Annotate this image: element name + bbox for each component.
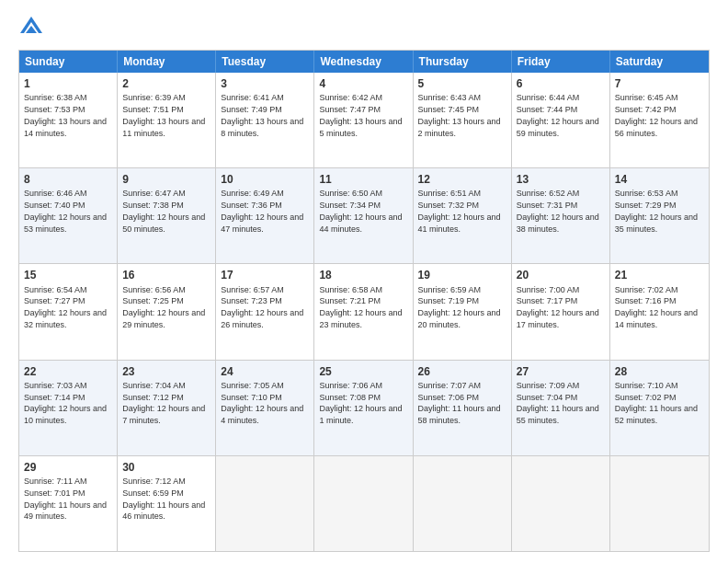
- day-number: 24: [221, 364, 309, 379]
- day-number: 10: [221, 172, 309, 187]
- table-row: 18Sunrise: 6:58 AMSunset: 7:21 PMDayligh…: [314, 264, 413, 359]
- table-row: 15Sunrise: 6:54 AMSunset: 7:27 PMDayligh…: [19, 264, 118, 359]
- calendar-body: 1Sunrise: 6:38 AMSunset: 7:53 PMDaylight…: [19, 73, 709, 551]
- header-wednesday: Wednesday: [314, 51, 413, 73]
- table-row: 30Sunrise: 7:12 AMSunset: 6:59 PMDayligh…: [118, 456, 216, 551]
- table-row: 9Sunrise: 6:47 AMSunset: 7:38 PMDaylight…: [118, 168, 216, 263]
- cell-info: Sunrise: 7:02 AMSunset: 7:16 PMDaylight:…: [615, 285, 698, 329]
- calendar-page: Sunday Monday Tuesday Wednesday Thursday…: [0, 0, 728, 563]
- cell-info: Sunrise: 6:56 AMSunset: 7:25 PMDaylight:…: [122, 285, 205, 329]
- header-friday: Friday: [512, 51, 610, 73]
- header-sunday: Sunday: [19, 51, 118, 73]
- calendar: Sunday Monday Tuesday Wednesday Thursday…: [18, 50, 710, 552]
- day-number: 14: [615, 172, 704, 187]
- cell-info: Sunrise: 7:12 AMSunset: 6:59 PMDaylight:…: [122, 477, 205, 521]
- day-number: 4: [319, 76, 407, 91]
- cell-info: Sunrise: 7:09 AMSunset: 7:04 PMDaylight:…: [517, 381, 599, 425]
- table-row: 6Sunrise: 6:44 AMSunset: 7:44 PMDaylight…: [512, 73, 610, 167]
- day-number: 19: [418, 268, 506, 282]
- day-number: 20: [517, 268, 605, 282]
- calendar-row: 8Sunrise: 6:46 AMSunset: 7:40 PMDaylight…: [19, 167, 709, 263]
- header-saturday: Saturday: [610, 51, 709, 73]
- cell-info: Sunrise: 6:59 AMSunset: 7:19 PMDaylight:…: [418, 285, 501, 329]
- cell-info: Sunrise: 7:04 AMSunset: 7:12 PMDaylight:…: [122, 381, 205, 425]
- cell-info: Sunrise: 6:38 AMSunset: 7:53 PMDaylight:…: [24, 93, 107, 137]
- table-row: 11Sunrise: 6:50 AMSunset: 7:34 PMDayligh…: [314, 168, 413, 263]
- day-number: 17: [221, 268, 309, 282]
- cell-info: Sunrise: 6:49 AMSunset: 7:36 PMDaylight:…: [221, 189, 303, 233]
- table-row: 5Sunrise: 6:43 AMSunset: 7:45 PMDaylight…: [414, 73, 512, 167]
- cell-info: Sunrise: 7:05 AMSunset: 7:10 PMDaylight:…: [221, 381, 303, 425]
- cell-info: Sunrise: 6:44 AMSunset: 7:44 PMDaylight:…: [517, 93, 599, 137]
- table-row: 16Sunrise: 6:56 AMSunset: 7:25 PMDayligh…: [118, 264, 216, 359]
- table-row: 27Sunrise: 7:09 AMSunset: 7:04 PMDayligh…: [512, 361, 610, 455]
- table-row: 21Sunrise: 7:02 AMSunset: 7:16 PMDayligh…: [610, 264, 709, 359]
- cell-info: Sunrise: 6:41 AMSunset: 7:49 PMDaylight:…: [221, 93, 303, 137]
- cell-info: Sunrise: 6:58 AMSunset: 7:21 PMDaylight:…: [319, 285, 402, 329]
- page-header: [18, 15, 710, 40]
- table-row: 7Sunrise: 6:45 AMSunset: 7:42 PMDaylight…: [610, 73, 709, 167]
- table-row: 29Sunrise: 7:11 AMSunset: 7:01 PMDayligh…: [19, 456, 118, 551]
- day-number: 1: [24, 76, 112, 91]
- cell-info: Sunrise: 7:10 AMSunset: 7:02 PMDaylight:…: [615, 381, 698, 425]
- header-thursday: Thursday: [414, 51, 512, 73]
- table-row: 4Sunrise: 6:42 AMSunset: 7:47 PMDaylight…: [314, 73, 413, 167]
- cell-info: Sunrise: 7:07 AMSunset: 7:06 PMDaylight:…: [418, 381, 501, 425]
- day-number: 6: [517, 76, 605, 91]
- cell-info: Sunrise: 6:39 AMSunset: 7:51 PMDaylight:…: [122, 93, 205, 137]
- table-row: 20Sunrise: 7:00 AMSunset: 7:17 PMDayligh…: [512, 264, 610, 359]
- table-row: 3Sunrise: 6:41 AMSunset: 7:49 PMDaylight…: [216, 73, 314, 167]
- day-number: 30: [122, 460, 210, 475]
- day-number: 3: [221, 76, 309, 91]
- table-row: 25Sunrise: 7:06 AMSunset: 7:08 PMDayligh…: [314, 361, 413, 455]
- day-number: 12: [418, 172, 506, 187]
- cell-info: Sunrise: 7:00 AMSunset: 7:17 PMDaylight:…: [517, 285, 599, 329]
- day-number: 5: [418, 76, 506, 91]
- table-row: 17Sunrise: 6:57 AMSunset: 7:23 PMDayligh…: [216, 264, 314, 359]
- day-number: 26: [418, 364, 506, 379]
- table-row: 10Sunrise: 6:49 AMSunset: 7:36 PMDayligh…: [216, 168, 314, 263]
- day-number: 9: [122, 172, 210, 187]
- day-number: 21: [615, 268, 704, 282]
- calendar-row: 1Sunrise: 6:38 AMSunset: 7:53 PMDaylight…: [19, 73, 709, 167]
- table-row: [216, 456, 314, 551]
- cell-info: Sunrise: 6:53 AMSunset: 7:29 PMDaylight:…: [615, 189, 698, 233]
- day-number: 16: [122, 268, 210, 282]
- day-number: 28: [615, 364, 704, 379]
- header-monday: Monday: [118, 51, 216, 73]
- calendar-row: 29Sunrise: 7:11 AMSunset: 7:01 PMDayligh…: [19, 455, 709, 551]
- cell-info: Sunrise: 7:03 AMSunset: 7:14 PMDaylight:…: [24, 381, 107, 425]
- day-number: 2: [122, 76, 210, 91]
- logo: [18, 15, 48, 40]
- cell-info: Sunrise: 6:47 AMSunset: 7:38 PMDaylight:…: [122, 189, 205, 233]
- table-row: 2Sunrise: 6:39 AMSunset: 7:51 PMDaylight…: [118, 73, 216, 167]
- table-row: 12Sunrise: 6:51 AMSunset: 7:32 PMDayligh…: [414, 168, 512, 263]
- cell-info: Sunrise: 6:46 AMSunset: 7:40 PMDaylight:…: [24, 189, 107, 233]
- header-tuesday: Tuesday: [216, 51, 314, 73]
- day-number: 15: [24, 268, 112, 282]
- cell-info: Sunrise: 6:52 AMSunset: 7:31 PMDaylight:…: [517, 189, 599, 233]
- day-number: 13: [517, 172, 605, 187]
- table-row: [314, 456, 413, 551]
- cell-info: Sunrise: 7:11 AMSunset: 7:01 PMDaylight:…: [24, 477, 107, 521]
- table-row: 19Sunrise: 6:59 AMSunset: 7:19 PMDayligh…: [414, 264, 512, 359]
- cell-info: Sunrise: 6:50 AMSunset: 7:34 PMDaylight:…: [319, 189, 402, 233]
- day-number: 18: [319, 268, 407, 282]
- calendar-header: Sunday Monday Tuesday Wednesday Thursday…: [19, 51, 709, 73]
- day-number: 7: [615, 76, 704, 91]
- day-number: 22: [24, 364, 112, 379]
- day-number: 27: [517, 364, 605, 379]
- cell-info: Sunrise: 6:42 AMSunset: 7:47 PMDaylight:…: [319, 93, 402, 137]
- day-number: 29: [24, 460, 112, 475]
- cell-info: Sunrise: 6:45 AMSunset: 7:42 PMDaylight:…: [615, 93, 698, 137]
- day-number: 25: [319, 364, 407, 379]
- table-row: [610, 456, 709, 551]
- day-number: 8: [24, 172, 112, 187]
- table-row: 26Sunrise: 7:07 AMSunset: 7:06 PMDayligh…: [414, 361, 512, 455]
- cell-info: Sunrise: 7:06 AMSunset: 7:08 PMDaylight:…: [319, 381, 402, 425]
- table-row: 1Sunrise: 6:38 AMSunset: 7:53 PMDaylight…: [19, 73, 118, 167]
- day-number: 23: [122, 364, 210, 379]
- day-number: 11: [319, 172, 407, 187]
- logo-icon: [18, 15, 44, 40]
- table-row: 28Sunrise: 7:10 AMSunset: 7:02 PMDayligh…: [610, 361, 709, 455]
